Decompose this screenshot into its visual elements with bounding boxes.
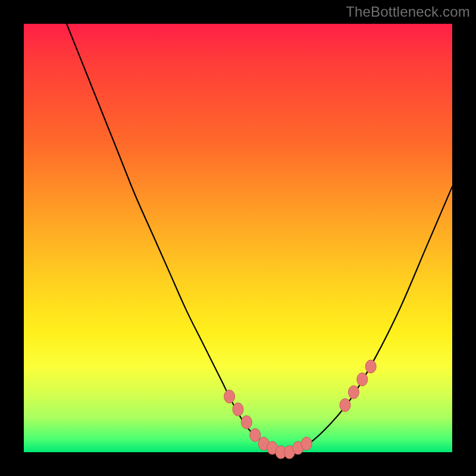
curve-marker bbox=[224, 390, 235, 403]
curve-markers bbox=[224, 360, 377, 459]
watermark-text: TheBottleneck.com bbox=[346, 4, 470, 20]
plot-area bbox=[24, 24, 452, 452]
curve-layer bbox=[24, 24, 452, 452]
curve-marker bbox=[357, 373, 368, 386]
curve-marker bbox=[340, 399, 350, 412]
bottleneck-curve bbox=[67, 24, 452, 452]
curve-marker bbox=[365, 360, 376, 373]
curve-marker bbox=[301, 437, 312, 450]
chart-frame: TheBottleneck.com bbox=[0, 0, 476, 476]
curve-marker bbox=[241, 416, 252, 429]
curve-marker bbox=[348, 386, 359, 399]
curve-marker bbox=[233, 403, 243, 416]
curve-marker bbox=[250, 428, 261, 441]
